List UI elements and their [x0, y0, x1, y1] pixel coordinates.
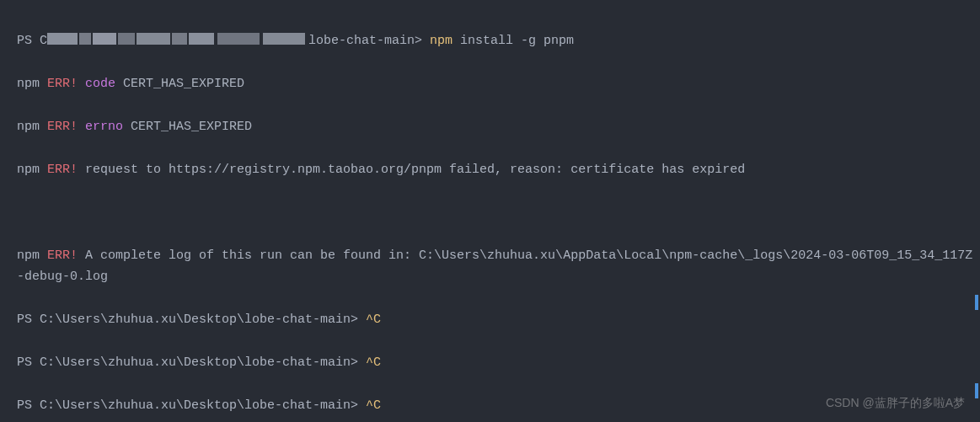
npm-label: npm — [17, 163, 47, 177]
ps-prompt: PS C:\Users\zhuhua.xu\Desktop\lobe-chat-… — [17, 355, 366, 370]
terminal-line: PS C:\Users\zhuhua.xu\Desktop\lobe-chat-… — [17, 352, 980, 374]
redacted-block — [47, 33, 308, 45]
npm-label: npm — [17, 77, 47, 91]
err-mark: ERR! — [47, 248, 78, 263]
err-key: errno — [78, 120, 123, 134]
err-mark: ERR! — [47, 77, 78, 91]
ps-prompt: PS C:\Users\zhuhua.xu\Desktop\lobe-chat-… — [17, 398, 366, 413]
npm-label: npm — [17, 120, 47, 134]
terminal-line: npm ERR! request to https://registry.npm… — [17, 159, 980, 181]
blank-line — [17, 202, 980, 224]
err-value: CERT_HAS_EXPIRED — [115, 77, 244, 91]
svg-rect-8 — [263, 33, 305, 45]
svg-rect-7 — [217, 33, 260, 45]
terminal-line: npm ERR! A complete log of this run can … — [17, 245, 980, 288]
terminal-line: npm ERR! code CERT_HAS_EXPIRED — [17, 73, 980, 95]
ctrl-c: ^C — [366, 398, 381, 413]
svg-rect-3 — [118, 33, 135, 45]
svg-rect-6 — [189, 33, 214, 45]
terminal-line: PS C:\Users\zhuhua.xu\Desktop\lobe-chat-… — [17, 309, 980, 331]
ps-prompt: PS C:\Users\zhuhua.xu\Desktop\lobe-chat-… — [17, 312, 366, 327]
err-message: request to https://registry.npm.taobao.o… — [78, 163, 745, 177]
terminal-output[interactable]: PS Clobe-chat-main> npm install -g pnpm … — [17, 8, 980, 422]
terminal-line: PS C:\Users\zhuhua.xu\Desktop\lobe-chat-… — [17, 395, 980, 417]
npm-command: npm — [430, 34, 453, 48]
ps-prompt: PS C — [17, 34, 47, 48]
err-key: code — [78, 77, 115, 91]
svg-rect-2 — [93, 33, 116, 45]
terminal-line: npm ERR! errno CERT_HAS_EXPIRED — [17, 116, 980, 138]
npm-label: npm — [17, 248, 47, 263]
err-value: CERT_HAS_EXPIRED — [123, 120, 252, 134]
svg-rect-5 — [172, 33, 187, 45]
scrollbar-marker[interactable] — [975, 383, 978, 398]
prompt-suffix: lobe-chat-main> — [308, 34, 430, 48]
ctrl-c: ^C — [366, 355, 381, 370]
ctrl-c: ^C — [366, 312, 381, 327]
err-mark: ERR! — [47, 163, 78, 177]
scrollbar-marker[interactable] — [975, 295, 978, 310]
svg-rect-0 — [47, 33, 78, 45]
svg-rect-4 — [137, 33, 170, 45]
svg-rect-1 — [79, 33, 91, 45]
err-mark: ERR! — [47, 120, 78, 134]
err-message: A complete log of this run can be found … — [17, 248, 972, 285]
terminal-line: PS Clobe-chat-main> npm install -g pnpm — [17, 30, 980, 52]
command-args: install -g pnpm — [453, 34, 574, 48]
